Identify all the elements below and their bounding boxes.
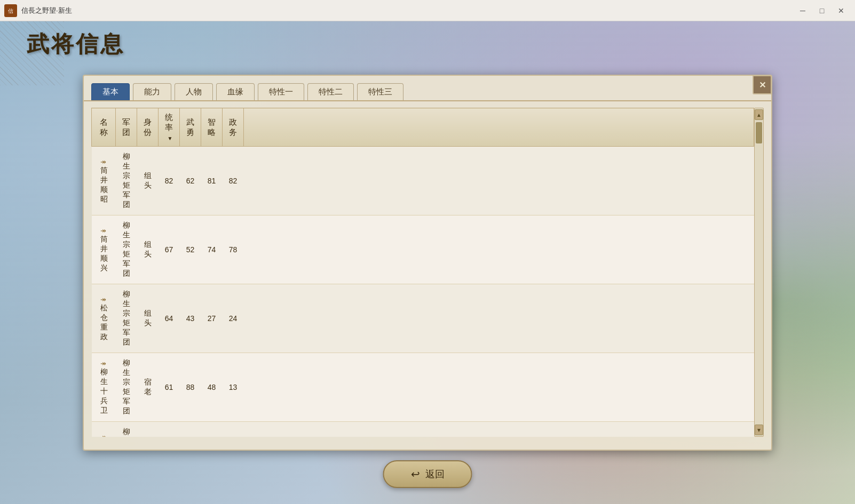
cell-command: 82 [159, 147, 180, 215]
cell-politics: 82 [223, 147, 244, 215]
cell-strategy: 48 [201, 353, 223, 422]
cell-command: 64 [159, 284, 180, 353]
app-icon: 信 [4, 4, 17, 17]
table-row[interactable]: ↠筒井顺庆柳生宗矩军团部将60477676 [92, 422, 754, 437]
window-close-button[interactable]: ✕ [834, 3, 849, 18]
cell-politics: 24 [223, 284, 244, 353]
window-title: 信長之野望·新生 [21, 6, 795, 15]
minimize-button[interactable]: ─ [795, 3, 810, 18]
cell-name: ↠松仓重政 [92, 284, 116, 353]
cell-valor: 52 [180, 215, 201, 284]
cell-army: 柳生宗矩军团 [116, 353, 137, 422]
col-header-strategy[interactable]: 智略 [201, 108, 223, 147]
dialog-close-button[interactable]: ✕ [753, 75, 772, 94]
tab-ability[interactable]: 能力 [133, 83, 171, 100]
cell-name: ↠筒井顺昭 [92, 147, 116, 215]
return-icon: ↩ [411, 468, 420, 481]
tab-trait2[interactable]: 特性二 [307, 83, 354, 100]
cell-empty [244, 353, 754, 422]
cell-strategy: 76 [201, 422, 223, 437]
col-header-command[interactable]: 统率▼ [159, 108, 180, 147]
cell-valor: 47 [180, 422, 201, 437]
scroll-track[interactable] [755, 120, 763, 425]
tab-bloodline[interactable]: 血缘 [216, 83, 255, 100]
cell-name: ↠柳生十兵卫 [92, 353, 116, 422]
return-button[interactable]: ↩ 返回 [383, 460, 472, 488]
cell-command: 61 [159, 353, 180, 422]
cell-name: ↠筒井顺庆 [92, 422, 116, 437]
tab-person[interactable]: 人物 [175, 83, 213, 100]
table-row[interactable]: ↠松仓重政柳生宗矩军团组头64432724 [92, 284, 754, 353]
col-header-valor[interactable]: 武勇 [180, 108, 201, 147]
cell-army: 柳生宗矩军团 [116, 422, 137, 437]
col-header-name: 名称 [92, 108, 116, 147]
cell-army: 柳生宗矩军团 [116, 284, 137, 353]
col-header-rank: 身份 [137, 108, 159, 147]
scroll-thumb[interactable] [756, 122, 762, 143]
table-body: ↠筒井顺昭柳生宗矩军团组头82628182↠筒井顺兴柳生宗矩军团组头675274… [92, 147, 754, 437]
cell-army: 柳生宗矩军团 [116, 215, 137, 284]
tab-trait3[interactable]: 特性三 [357, 83, 403, 100]
cell-politics: 13 [223, 353, 244, 422]
table-header: 名称军团身份统率▼武勇智略政务 [92, 108, 754, 147]
page-title: 武将信息 [27, 29, 125, 59]
scroll-up-button[interactable]: ▲ [755, 109, 763, 120]
cell-command: 67 [159, 215, 180, 284]
return-label: 返回 [425, 468, 445, 481]
main-dialog: ✕ 基本能力人物血缘特性一特性二特性三 名称军团身份统率▼武勇智略政务 ↠筒井顺… [83, 75, 772, 451]
table-row[interactable]: ↠筒井顺昭柳生宗矩军团组头82628182 [92, 147, 754, 215]
cell-valor: 43 [180, 284, 201, 353]
tab-trait1[interactable]: 特性一 [258, 83, 304, 100]
col-header-extra [244, 108, 754, 147]
maximize-button[interactable]: □ [814, 3, 829, 18]
cell-politics: 78 [223, 215, 244, 284]
scrollbar: ▲ ▼ [754, 108, 764, 437]
cell-rank: 组头 [137, 147, 159, 215]
cell-army: 柳生宗矩军团 [116, 147, 137, 215]
titlebar: 信 信長之野望·新生 ─ □ ✕ [0, 0, 855, 21]
cell-valor: 88 [180, 353, 201, 422]
cell-rank: 部将 [137, 422, 159, 437]
col-header-politics[interactable]: 政务 [223, 108, 244, 147]
cell-empty [244, 147, 754, 215]
cell-command: 60 [159, 422, 180, 437]
cell-rank: 宿老 [137, 353, 159, 422]
scroll-content: 名称军团身份统率▼武勇智略政务 ↠筒井顺昭柳生宗矩军团组头82628182↠筒井… [91, 108, 754, 437]
data-table: 名称军团身份统率▼武勇智略政务 ↠筒井顺昭柳生宗矩军团组头82628182↠筒井… [91, 108, 754, 437]
table-wrapper: 名称军团身份统率▼武勇智略政务 ↠筒井顺昭柳生宗矩军团组头82628182↠筒井… [91, 108, 764, 437]
col-header-army: 军团 [116, 108, 137, 147]
tab-basic[interactable]: 基本 [91, 83, 130, 100]
cell-empty [244, 284, 754, 353]
cell-strategy: 81 [201, 147, 223, 215]
scroll-down-button[interactable]: ▼ [755, 425, 763, 435]
window-controls: ─ □ ✕ [795, 3, 855, 18]
table-row[interactable]: ↠柳生十兵卫柳生宗矩军团宿老61884813 [92, 353, 754, 422]
cell-rank: 组头 [137, 284, 159, 353]
cell-rank: 组头 [137, 215, 159, 284]
cell-empty [244, 215, 754, 284]
cell-name: ↠筒井顺兴 [92, 215, 116, 284]
table-container: 名称军团身份统率▼武勇智略政务 ↠筒井顺昭柳生宗矩军团组头82628182↠筒井… [84, 101, 771, 443]
svg-text:信: 信 [8, 8, 13, 14]
table-row[interactable]: ↠筒井顺兴柳生宗矩军团组头67527478 [92, 215, 754, 284]
cell-strategy: 27 [201, 284, 223, 353]
cell-politics: 76 [223, 422, 244, 437]
cell-strategy: 74 [201, 215, 223, 284]
cell-empty [244, 422, 754, 437]
cell-valor: 62 [180, 147, 201, 215]
tab-bar: 基本能力人物血缘特性一特性二特性三 [84, 76, 771, 101]
